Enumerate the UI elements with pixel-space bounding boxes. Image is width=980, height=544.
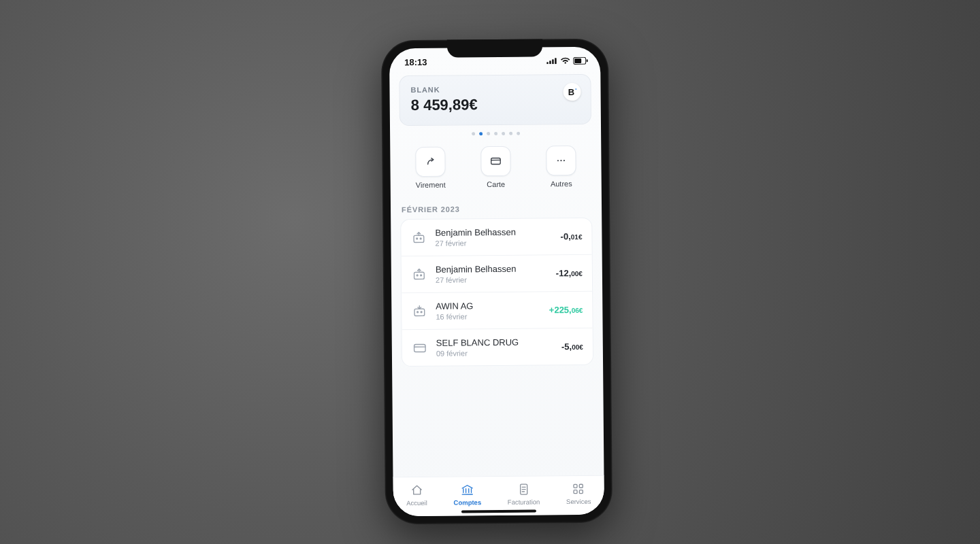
cellular-signal-icon — [546, 57, 557, 64]
transaction-row[interactable]: Benjamin Belhassen27 février-12,00€ — [402, 255, 592, 293]
transaction-body: AWIN AG16 février — [436, 300, 541, 320]
balance-cents: 89€ — [453, 96, 478, 113]
svg-rect-0 — [546, 62, 549, 64]
transfer-out-icon — [410, 229, 427, 245]
pager-dot[interactable] — [502, 132, 505, 135]
svg-rect-21 — [414, 344, 426, 352]
device-notch — [447, 39, 542, 57]
nav-home-label: Accueil — [406, 498, 427, 506]
svg-rect-6 — [587, 59, 588, 62]
transaction-amount: +225,06€ — [549, 305, 583, 315]
svg-rect-3 — [555, 58, 557, 64]
transaction-date: 09 février — [436, 348, 553, 358]
wifi-icon — [560, 57, 570, 65]
amount-cents: 00€ — [572, 343, 583, 351]
transaction-title: Benjamin Belhassen — [436, 263, 548, 274]
bank-icon — [461, 483, 474, 496]
nav-invoicing-label: Facturation — [508, 498, 540, 505]
amount-int: -0, — [561, 231, 571, 241]
nav-services-label: Services — [566, 497, 591, 505]
balance-card[interactable]: B• BLANK 8 459,89€ — [399, 74, 591, 126]
action-card-label: Carte — [487, 180, 505, 188]
phone-frame: 18:13 B• BLANK 8 4 — [381, 39, 612, 525]
pager-dot[interactable] — [509, 132, 512, 135]
card-icon — [412, 339, 428, 356]
home-icon — [410, 483, 423, 496]
status-time: 18:13 — [404, 56, 427, 67]
svg-point-13 — [416, 238, 418, 239]
amount-int: -5, — [561, 341, 572, 352]
action-transfer[interactable]: Virement — [406, 147, 455, 190]
screen: 18:13 B• BLANK 8 4 — [389, 47, 604, 517]
account-name: BLANK — [410, 84, 579, 94]
svg-point-9 — [557, 160, 559, 161]
more-icon — [546, 146, 576, 175]
svg-rect-27 — [574, 484, 577, 488]
transaction-amount: -0,01€ — [561, 231, 583, 241]
svg-point-16 — [416, 275, 418, 276]
transaction-title: SELF BLANC DRUG — [436, 337, 553, 348]
transfer-icon — [415, 147, 445, 177]
quick-actions: Virement Carte Autres — [399, 146, 592, 189]
transfer-in-icon — [411, 303, 427, 319]
content-area: B• BLANK 8 459,89€ Virement — [389, 70, 604, 477]
svg-rect-15 — [414, 272, 425, 279]
action-more-label: Autres — [551, 180, 572, 188]
transactions-month-header: FÉVRIER 2023 — [402, 204, 591, 214]
transaction-row[interactable]: Benjamin Belhassen27 février-0,01€ — [401, 218, 591, 256]
svg-rect-2 — [552, 59, 554, 64]
action-card[interactable]: Carte — [471, 146, 521, 189]
svg-point-10 — [560, 160, 561, 161]
svg-point-19 — [417, 311, 419, 313]
svg-point-11 — [564, 160, 565, 161]
svg-point-14 — [420, 237, 421, 239]
nav-accounts[interactable]: Comptes — [453, 483, 481, 506]
svg-point-17 — [421, 274, 422, 275]
svg-rect-30 — [580, 490, 583, 493]
grid-icon — [572, 481, 585, 495]
pager-dot[interactable] — [487, 132, 490, 135]
transfer-out-icon — [411, 266, 427, 282]
brand-letter: B — [568, 86, 575, 97]
transaction-row[interactable]: AWIN AG16 février+225,06€ — [402, 292, 592, 330]
transaction-body: Benjamin Belhassen27 février — [436, 263, 548, 284]
transaction-title: AWIN AG — [436, 300, 541, 311]
svg-rect-12 — [414, 235, 424, 242]
svg-rect-5 — [574, 58, 581, 63]
pager-dot[interactable] — [517, 132, 520, 135]
transaction-body: SELF BLANC DRUG09 février — [436, 337, 553, 358]
account-balance: 8 459,89€ — [411, 95, 580, 114]
nav-services[interactable]: Services — [566, 481, 591, 505]
brand-badge: B• — [563, 83, 581, 101]
battery-icon — [573, 56, 588, 64]
svg-rect-29 — [574, 490, 577, 493]
nav-accounts-label: Comptes — [453, 498, 481, 506]
transaction-row[interactable]: SELF BLANC DRUG09 février-5,00€ — [402, 328, 593, 366]
nav-invoicing[interactable]: Facturation — [508, 482, 540, 505]
transaction-date: 27 février — [436, 275, 548, 284]
nav-home[interactable]: Accueil — [406, 483, 427, 506]
status-indicators — [546, 56, 588, 65]
document-icon — [517, 482, 530, 496]
account-pager[interactable] — [399, 131, 591, 136]
svg-rect-18 — [414, 309, 425, 316]
amount-cents: 06€ — [572, 307, 583, 314]
amount-cents: 01€ — [571, 233, 583, 241]
pager-dot[interactable] — [494, 132, 497, 135]
amount-int: -12, — [556, 268, 572, 278]
card-icon — [480, 146, 510, 176]
svg-rect-28 — [580, 484, 583, 488]
svg-point-20 — [421, 311, 422, 312]
transaction-title: Benjamin Belhassen — [435, 226, 552, 238]
transaction-amount: -12,00€ — [556, 268, 583, 278]
amount-int: +225, — [549, 305, 572, 315]
balance-int: 8 459, — [411, 97, 453, 114]
pager-dot[interactable] — [479, 132, 483, 135]
pager-dot[interactable] — [472, 132, 475, 135]
transaction-body: Benjamin Belhassen27 février — [435, 226, 552, 248]
action-transfer-label: Virement — [416, 181, 446, 189]
transaction-amount: -5,00€ — [561, 341, 583, 352]
action-more[interactable]: Autres — [536, 146, 586, 188]
transaction-list: Benjamin Belhassen27 février-0,01€Benjam… — [400, 218, 593, 367]
svg-rect-7 — [491, 158, 501, 164]
